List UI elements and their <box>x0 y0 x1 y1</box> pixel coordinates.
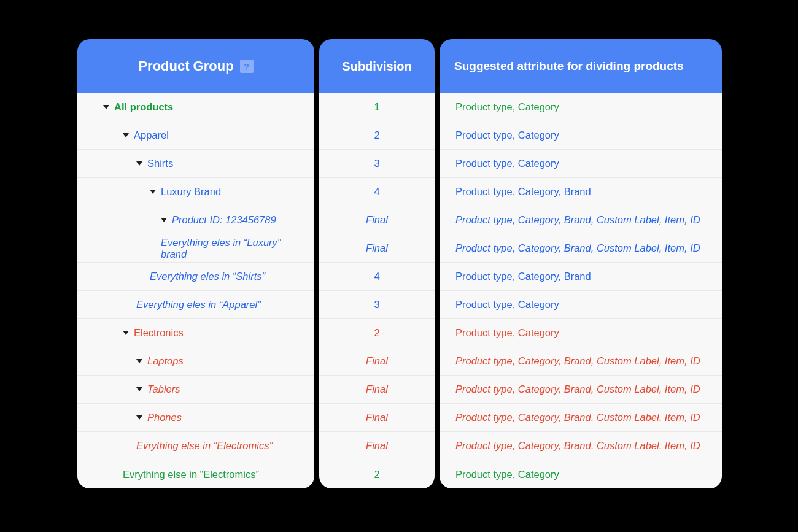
header-subdivision-label: Subdivision <box>342 60 411 74</box>
tree-row[interactable]: Product ID: 123456789 <box>77 206 314 234</box>
tree-row[interactable]: Luxury Brand <box>77 178 314 206</box>
attr-cell: Product type, Category <box>440 319 722 347</box>
subdivision-cell: 3 <box>319 150 435 178</box>
header-product-group: Product Group ? <box>77 39 314 93</box>
tree-label: Product ID: 123456789 <box>172 214 276 226</box>
tree-row[interactable]: Phones <box>77 404 314 432</box>
caret-down-icon[interactable] <box>161 218 167 222</box>
caret-down-icon[interactable] <box>123 331 129 335</box>
attr-cell: Product type, Category, Brand, Custom La… <box>440 347 722 376</box>
tree-label: Phones <box>147 412 182 423</box>
product-group-table: Product Group ? Subdivision Suggested at… <box>77 39 721 488</box>
tree-row[interactable]: Evrything else in “Electromics” <box>77 432 314 460</box>
subdivision-cell: Final <box>319 376 435 404</box>
header-product-group-label: Product Group <box>138 58 233 74</box>
tree-label: Tablers <box>147 384 180 395</box>
tree-row[interactable]: Electronics <box>77 319 314 347</box>
tree-row[interactable]: Apparel <box>77 121 314 150</box>
subdivision-cell: 2 <box>319 121 435 150</box>
tree-label: Evrything else in “Electromics” <box>123 469 259 480</box>
subdivision-cell: Final <box>319 347 435 376</box>
help-icon[interactable]: ? <box>240 60 254 73</box>
subdivision-cell: 2 <box>319 460 435 488</box>
subdivision-cell: 2 <box>319 319 435 347</box>
subdivision-cell: 1 <box>319 93 435 121</box>
header-suggested-label: Suggested attribute for dividing product… <box>454 59 684 74</box>
tree-row[interactable]: Everything eles in “Luxury” brand <box>77 234 314 263</box>
tree-label: Shirts <box>147 158 173 169</box>
tree-row[interactable]: Tablers <box>77 376 314 404</box>
attr-cell: Product type, Category <box>440 121 722 150</box>
tree-label: Everything eles in “Luxury” brand <box>161 237 303 260</box>
tree-label: Evrything else in “Electromics” <box>136 440 273 452</box>
caret-down-icon[interactable] <box>103 105 109 109</box>
attr-cell: Product type, Category <box>440 93 722 121</box>
attr-cell: Product type, Category, Brand, Custom La… <box>440 376 722 404</box>
tree-row[interactable]: Everything eles in “Shirts” <box>77 263 314 291</box>
tree-label: All products <box>114 101 173 113</box>
tree-label: Electronics <box>134 327 184 339</box>
caret-down-icon[interactable] <box>136 387 142 391</box>
subdivision-cell: Final <box>319 432 435 460</box>
attr-cell: Product type, Category, Brand <box>440 178 722 206</box>
attr-cell: Product type, Category, Brand, Custom La… <box>440 404 722 432</box>
tree-row[interactable]: Evrything else in “Electromics” <box>77 460 314 488</box>
attr-cell: Product type, Category, Brand <box>440 263 722 291</box>
tree-row[interactable]: Everything eles in “Apparel” <box>77 291 314 319</box>
attr-cell: Product type, Category <box>440 291 722 319</box>
subdivision-cell: Final <box>319 206 435 234</box>
tree-row[interactable]: Laptops <box>77 347 314 376</box>
caret-down-icon[interactable] <box>150 190 156 194</box>
tree-label: Apparel <box>134 129 169 141</box>
attr-cell: Product type, Category, Brand, Custom La… <box>440 234 722 263</box>
attr-cell: Product type, Category, Brand, Custom La… <box>440 206 722 234</box>
subdivision-cell: 4 <box>319 178 435 206</box>
tree-label: Laptops <box>147 355 184 367</box>
header-suggested: Suggested attribute for dividing product… <box>440 39 722 93</box>
caret-down-icon[interactable] <box>136 415 142 420</box>
tree-row[interactable]: Shirts <box>77 150 314 178</box>
subdivision-cell: 4 <box>319 263 435 291</box>
subdivision-cell: 3 <box>319 291 435 319</box>
subdivision-cell: Final <box>319 234 435 263</box>
tree-label: Everything eles in “Apparel” <box>136 299 261 310</box>
attr-cell: Product type, Category <box>440 460 722 488</box>
attr-cell: Product type, Category, Brand, Custom La… <box>440 432 722 460</box>
tree-label: Everything eles in “Shirts” <box>150 271 265 282</box>
header-subdivision: Subdivision <box>319 39 435 93</box>
subdivision-cell: Final <box>319 404 435 432</box>
tree-label: Luxury Brand <box>161 186 221 198</box>
tree-row[interactable]: All products <box>77 93 314 121</box>
caret-down-icon[interactable] <box>136 161 142 166</box>
attr-cell: Product type, Category <box>440 150 722 178</box>
caret-down-icon[interactable] <box>123 133 129 137</box>
caret-down-icon[interactable] <box>136 359 142 363</box>
